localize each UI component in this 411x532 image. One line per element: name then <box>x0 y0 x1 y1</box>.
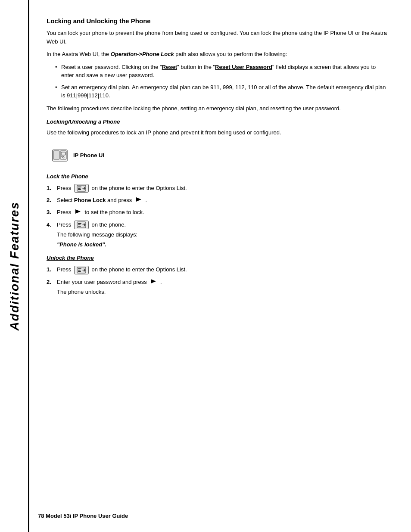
bullet1-pre: Reset a user password. Clicking on the " <box>61 64 162 70</box>
svg-rect-16 <box>78 268 81 269</box>
lock-step-2: 2. Select Phone Lock and press . <box>47 196 389 205</box>
lock-step-2-content: Select Phone Lock and press . <box>57 196 389 205</box>
nav-arrow-icon-u2 <box>150 278 157 287</box>
svg-marker-19 <box>151 279 156 283</box>
subsection-heading: Locking/Unlocking a Phone <box>47 118 389 125</box>
intro-p2-post: path also allows you to perform the foll… <box>174 51 287 57</box>
ip-phone-icon <box>52 149 68 162</box>
lock-step-2-number: 2. <box>47 196 57 205</box>
lock-step-3-number: 3. <box>47 208 57 217</box>
unlock-steps-list: 1. Press on the phone to enter the Optio… <box>47 265 389 296</box>
bullet1-bold1: Reset <box>162 64 177 70</box>
nav-arrow-icon-2 <box>135 196 142 205</box>
lock-step-1: 1. Press on the phone to enter the Op <box>47 184 389 193</box>
lock-step-4-post: on the phone. <box>91 221 126 228</box>
lock-step-3-post: to set the phone to lock. <box>84 209 144 215</box>
unlock-step-2-sub1: The phone unlocks. <box>57 288 389 296</box>
subsection-description: Use the following procedures to lock an … <box>47 128 389 137</box>
lock-step-1-content: Press on the phone to enter the Options … <box>57 184 389 193</box>
unlock-phone-heading: Unlock the Phone <box>47 255 389 261</box>
svg-rect-13 <box>78 224 81 225</box>
lock-steps-list: 1. Press on the phone to enter the Op <box>47 184 389 249</box>
lock-step-2-mid: and press <box>106 197 132 203</box>
lock-step-4-sub1: The following message displays: <box>57 230 389 239</box>
intro-bullet-list: Reset a user password. Clicking on the "… <box>47 63 389 100</box>
svg-rect-18 <box>78 271 81 272</box>
unlock-step-2-number: 2. <box>47 278 57 286</box>
sidebar-label: Additional Features <box>8 202 22 330</box>
footer-text: 78 Model 53i IP Phone User Guide <box>38 513 128 519</box>
intro-paragraph1: You can lock your phone to prevent the p… <box>47 29 389 46</box>
unlock-step-1-content: Press on the phone to enter the Options … <box>57 265 389 274</box>
lock-phone-heading: Lock the Phone <box>47 173 389 180</box>
lock-step-1-post: on the phone to enter the Options List. <box>91 185 187 191</box>
intro-p2-pre: In the Aastra Web UI, the <box>47 51 111 57</box>
intro-paragraph3: The following procedures describe lockin… <box>47 104 389 113</box>
lock-step-2-bold: Phone Lock <box>74 197 106 203</box>
svg-rect-14 <box>78 226 81 227</box>
lock-step-4-pre: Press <box>57 221 71 228</box>
lock-step-2-pre: Select <box>57 197 74 203</box>
svg-rect-12 <box>78 223 81 224</box>
page-container: Additional Features Locking and Unlockin… <box>0 0 411 532</box>
lock-step-4: 4. Press on the phone. The following m <box>47 221 389 249</box>
lock-step-1-pre: Press <box>57 185 71 191</box>
nav-arrow-icon-3 <box>75 208 81 217</box>
bullet1-mid: " button in the " <box>177 64 215 70</box>
sidebar: Additional Features <box>0 0 29 532</box>
unlock-step-1-post: on the phone to enter the Options List. <box>91 266 187 273</box>
svg-rect-6 <box>78 187 81 187</box>
ip-phone-ui-banner: IP Phone UI <box>47 145 389 166</box>
options-button-icon-1 <box>74 184 89 193</box>
unlock-step-2-content: Enter your user password and press . The… <box>57 278 389 296</box>
unlock-step-2-post: . <box>160 279 162 285</box>
unlock-step-1-pre: Press <box>57 266 71 273</box>
section-heading: Locking and Unlocking the Phone <box>47 17 389 25</box>
unlock-step-1: 1. Press on the phone to enter the Optio… <box>47 265 389 274</box>
svg-rect-8 <box>78 189 81 190</box>
bullet-item-1: Reset a user password. Clicking on the "… <box>55 63 389 80</box>
svg-marker-10 <box>75 209 81 214</box>
sidebar-text-wrapper: Additional Features <box>0 0 29 532</box>
options-button-icon-4 <box>74 221 89 229</box>
lock-step-3: 3. Press to set the phone to lock. <box>47 208 389 217</box>
ip-phone-label: IP Phone UI <box>73 152 104 159</box>
unlock-step-1-number: 1. <box>47 265 57 274</box>
lock-step-4-content: Press on the phone. The following messag… <box>57 221 389 249</box>
svg-marker-9 <box>136 197 141 202</box>
svg-rect-17 <box>78 270 81 271</box>
lock-step-1-number: 1. <box>47 184 57 193</box>
bullet-item-2: Set an emergency dial plan. An emergency… <box>55 83 389 100</box>
main-content: Locking and Unlocking the Phone You can … <box>29 0 411 532</box>
unlock-step-2: 2. Enter your user password and press . … <box>47 278 389 296</box>
unlock-step-2-pre: Enter your user password and press <box>57 279 147 285</box>
lock-step-3-content: Press to set the phone to lock. <box>57 208 389 217</box>
page-footer: 78 Model 53i IP Phone User Guide <box>38 513 128 519</box>
lock-step-3-pre: Press <box>57 209 71 215</box>
svg-rect-1 <box>53 151 59 159</box>
lock-step-4-number: 4. <box>47 221 57 229</box>
options-button-icon-u1 <box>74 266 89 274</box>
lock-step-2-post: . <box>145 197 147 203</box>
intro-paragraph2: In the Aastra Web UI, the Operation->Pho… <box>47 50 389 59</box>
bullet1-bold2: Reset User Password <box>215 64 272 70</box>
svg-rect-7 <box>78 188 81 189</box>
lock-step-4-sub2: "Phone is locked". <box>57 240 389 249</box>
intro-p2-bold: Operation->Phone Lock <box>111 51 174 57</box>
